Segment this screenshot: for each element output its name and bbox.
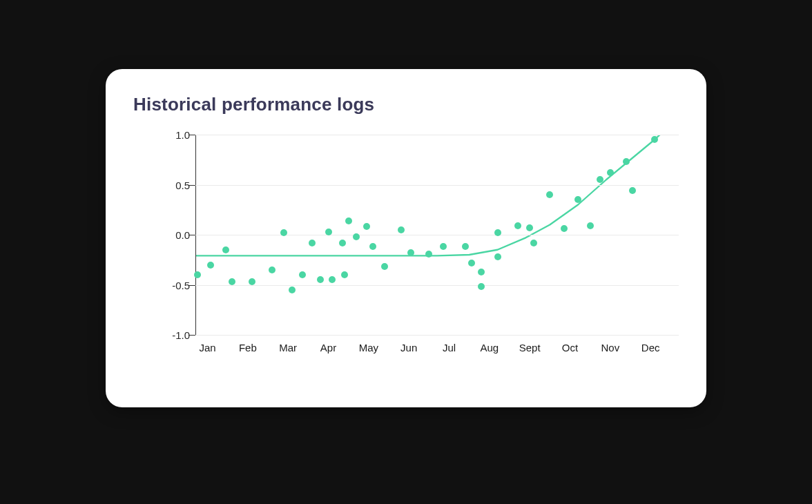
data-point <box>229 278 235 285</box>
data-point <box>494 253 501 260</box>
data-point <box>381 263 388 270</box>
x-tick-label: Mar <box>279 342 297 353</box>
data-point <box>269 266 276 273</box>
data-point <box>574 196 581 203</box>
data-point <box>526 224 533 231</box>
gridline <box>195 185 679 186</box>
data-point <box>249 278 255 285</box>
gridline <box>195 135 679 135</box>
scatter-plot: 1.00.50.0-0.5-1.0JanFebMarAprMayJunJulAu… <box>195 135 679 362</box>
data-point <box>623 158 630 165</box>
data-point <box>462 243 469 250</box>
x-tick-label: Dec <box>641 342 660 353</box>
data-point <box>514 222 521 229</box>
data-point <box>329 276 336 283</box>
data-point <box>597 176 603 183</box>
x-tick-label: Apr <box>320 342 336 353</box>
x-tick-label: Jun <box>400 342 417 353</box>
data-point <box>440 243 447 250</box>
data-point <box>299 271 306 278</box>
data-point <box>339 240 346 246</box>
plot-area: 1.00.50.0-0.5-1.0JanFebMarAprMayJunJulAu… <box>133 135 679 383</box>
data-point <box>478 269 485 275</box>
data-point <box>407 249 414 256</box>
x-tick-label: Oct <box>562 342 578 353</box>
data-point <box>353 233 360 240</box>
data-point <box>629 187 636 194</box>
y-tick-label: 1.0 <box>161 129 190 141</box>
x-tick-label: Aug <box>480 342 499 353</box>
data-point <box>341 271 348 278</box>
data-point <box>317 276 324 283</box>
data-point <box>345 217 352 224</box>
data-point <box>369 243 376 250</box>
y-tick-label: -0.5 <box>161 279 190 291</box>
data-point <box>280 229 287 236</box>
x-tick-label: May <box>359 342 378 353</box>
data-point <box>546 191 553 198</box>
data-point <box>530 240 537 246</box>
x-tick-label: Sept <box>519 342 541 353</box>
x-tick-label: Jul <box>443 342 456 353</box>
data-point <box>289 287 296 293</box>
data-point <box>425 251 432 258</box>
x-tick-label: Feb <box>239 342 257 353</box>
x-tick-label: Nov <box>601 342 619 353</box>
data-point <box>494 229 501 236</box>
data-point <box>194 271 201 278</box>
data-point <box>587 222 594 229</box>
y-tick-label: -1.0 <box>161 329 190 341</box>
x-tick-label: Jan <box>199 342 215 353</box>
y-tick-label: 0.5 <box>161 179 190 191</box>
data-point <box>468 260 475 266</box>
gridline <box>195 335 679 336</box>
data-point <box>363 223 370 230</box>
data-point <box>309 240 316 246</box>
gridline <box>195 235 679 235</box>
data-point <box>651 136 658 143</box>
data-point <box>207 262 214 269</box>
chart-card: Historical performance logs 1.00.50.0-0.… <box>106 69 706 407</box>
chart-title: Historical performance logs <box>133 94 679 115</box>
data-point <box>222 246 229 253</box>
data-point <box>561 225 568 232</box>
data-point <box>325 229 332 235</box>
y-tick-label: 0.0 <box>161 229 190 241</box>
gridline <box>195 285 679 286</box>
data-point <box>398 226 405 233</box>
data-point <box>478 283 485 290</box>
data-point <box>607 169 614 176</box>
